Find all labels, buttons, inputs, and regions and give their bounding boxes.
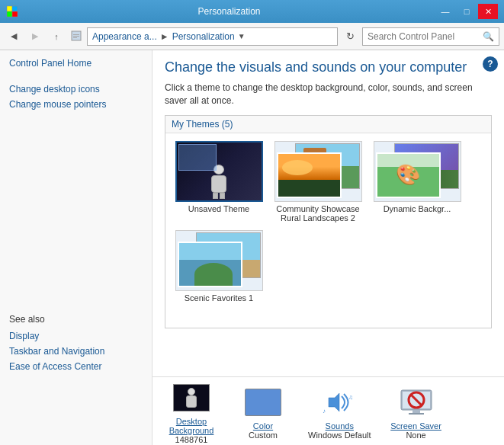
breadcrumb-part2: Personalization bbox=[172, 31, 235, 42]
svg-rect-5 bbox=[73, 34, 79, 35]
back-button[interactable]: ◀ bbox=[5, 27, 23, 46]
minimize-button[interactable]: — bbox=[435, 4, 455, 19]
up-button[interactable]: ↑ bbox=[47, 27, 66, 46]
bottom-bar: Desktop Background 1488761 Color Custom bbox=[152, 376, 504, 445]
themes-grid: Unsaved Theme bbox=[165, 133, 491, 310]
close-button[interactable]: ✕ bbox=[478, 4, 498, 19]
see-also-label: See also bbox=[9, 314, 104, 325]
sidebar: Control Panel Home Change desktop icons … bbox=[0, 50, 152, 445]
svg-rect-1 bbox=[12, 6, 18, 11]
desktop-background-label: Desktop Background bbox=[169, 417, 214, 435]
bottom-item-color[interactable]: Color Custom bbox=[236, 383, 290, 440]
sidebar-item-control-panel-home[interactable]: Control Panel Home bbox=[9, 58, 143, 69]
sidebar-item-ease-of-access[interactable]: Ease of Access Center bbox=[9, 361, 104, 372]
content-description: Click a theme to change the desktop back… bbox=[165, 82, 492, 107]
maximize-button[interactable]: □ bbox=[457, 4, 477, 19]
svg-rect-6 bbox=[73, 36, 79, 37]
search-icon: 🔍 bbox=[483, 31, 494, 42]
sidebar-item-change-desktop-icons[interactable]: Change desktop icons bbox=[9, 84, 143, 94]
svg-rect-7 bbox=[73, 37, 77, 38]
help-button[interactable]: ? bbox=[483, 56, 498, 72]
svg-marker-8 bbox=[329, 393, 339, 411]
themes-panel-header: My Themes (5) bbox=[165, 116, 491, 133]
theme-item-rural-landscapes[interactable]: Community Showcase Rural Landscapes 2 bbox=[272, 141, 364, 222]
search-input[interactable] bbox=[368, 31, 483, 42]
window-title: Personalization bbox=[23, 6, 435, 17]
refresh-button[interactable]: ↻ bbox=[341, 27, 359, 46]
screen-saver-sub: None bbox=[406, 431, 425, 440]
navigation-bar: ◀ ▶ ↑ Appearance a... ► Personalization … bbox=[0, 23, 504, 50]
theme-item-unsaved[interactable]: Unsaved Theme bbox=[173, 141, 265, 222]
desktop-background-sub: 1488761 bbox=[175, 435, 208, 444]
theme-name-dynamic: Dynamic Backgr... bbox=[384, 204, 451, 213]
color-label: Color bbox=[253, 421, 273, 431]
svg-rect-16 bbox=[409, 413, 424, 415]
svg-rect-2 bbox=[7, 11, 12, 17]
theme-name-unsaved: Unsaved Theme bbox=[188, 204, 250, 213]
sounds-label: Sounds bbox=[326, 421, 354, 431]
bottom-item-desktop-background[interactable]: Desktop Background 1488761 bbox=[165, 379, 218, 444]
main-layout: Control Panel Home Change desktop icons … bbox=[0, 50, 504, 445]
content-title: Change the visuals and sounds on your co… bbox=[165, 59, 492, 75]
screen-saver-icon bbox=[397, 383, 435, 421]
theme-item-scenic[interactable]: Scenic Favorites 1 bbox=[173, 230, 265, 303]
sidebar-item-display[interactable]: Display bbox=[9, 331, 104, 341]
sounds-sub: Windows Default bbox=[308, 431, 371, 440]
color-sub: Custom bbox=[249, 431, 278, 440]
breadcrumb-sep1: ► bbox=[160, 31, 169, 42]
sidebar-item-change-mouse-pointers[interactable]: Change mouse pointers bbox=[9, 99, 143, 110]
screen-saver-label: Screen Saver bbox=[390, 421, 441, 431]
breadcrumb-dropdown-button[interactable]: ▼ bbox=[238, 32, 246, 40]
svg-text:♫: ♫ bbox=[348, 394, 353, 401]
search-box: 🔍 bbox=[362, 27, 499, 46]
theme-item-dynamic[interactable]: 🎨 Dynamic Backgr... bbox=[371, 141, 463, 222]
bottom-item-screen-saver[interactable]: Screen Saver None bbox=[390, 383, 443, 440]
breadcrumb: Appearance a... ► Personalization ▼ bbox=[87, 27, 338, 46]
desktop-background-icon bbox=[172, 379, 210, 417]
sounds-icon: ♪ ♫ bbox=[320, 383, 358, 421]
title-bar: Personalization — □ ✕ bbox=[0, 0, 504, 23]
theme-name-rural-landscapes: Community Showcase Rural Landscapes 2 bbox=[276, 204, 359, 222]
window-controls: — □ ✕ bbox=[435, 4, 498, 19]
svg-text:♪: ♪ bbox=[323, 408, 326, 415]
svg-rect-15 bbox=[413, 410, 420, 413]
sidebar-item-taskbar[interactable]: Taskbar and Navigation bbox=[9, 346, 104, 357]
theme-name-scenic: Scenic Favorites 1 bbox=[185, 293, 253, 303]
app-icon bbox=[6, 5, 18, 18]
breadcrumb-part1: Appearance a... bbox=[92, 31, 157, 42]
forward-button[interactable]: ▶ bbox=[26, 27, 44, 46]
svg-rect-3 bbox=[12, 11, 18, 17]
svg-rect-0 bbox=[7, 6, 12, 11]
bottom-item-sounds[interactable]: ♪ ♫ Sounds Windows Default bbox=[308, 383, 371, 440]
themes-panel: My Themes (5) bbox=[165, 115, 492, 328]
content-area: ? Change the visuals and sounds on your … bbox=[152, 50, 504, 376]
color-icon bbox=[244, 383, 282, 421]
